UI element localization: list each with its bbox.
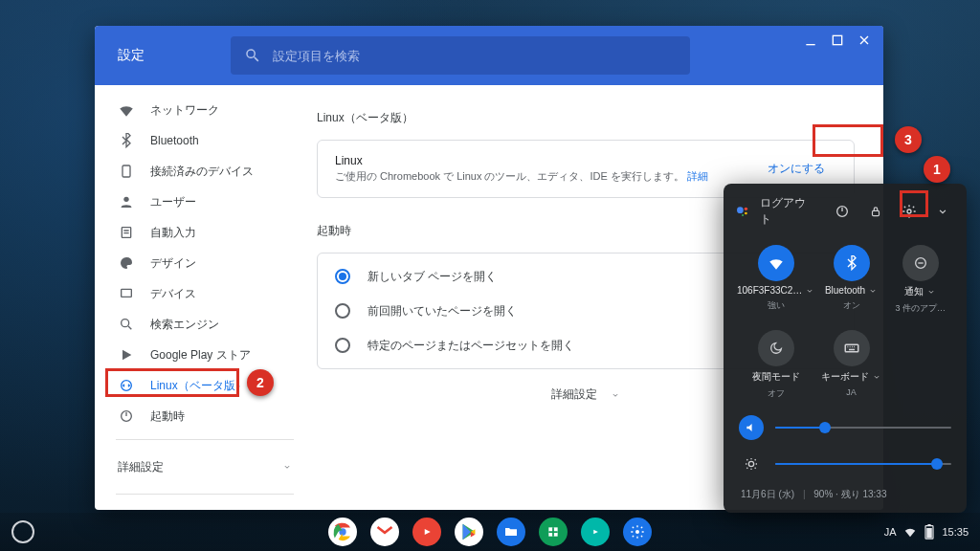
sidebar-extensions[interactable]: 拡張機能 bbox=[95, 502, 315, 510]
youtube-app-icon[interactable] bbox=[412, 518, 441, 546]
callout-box-2 bbox=[105, 368, 239, 397]
qs-battery: 90% · 残り 13:33 bbox=[813, 489, 886, 499]
section-title-linux: Linux（ベータ版） bbox=[317, 110, 855, 126]
sidebar-item-label: 詳細設定 bbox=[118, 459, 164, 475]
shutdown-button[interactable] bbox=[831, 198, 855, 225]
search-input[interactable] bbox=[273, 49, 677, 63]
callout-1: 1 bbox=[924, 156, 950, 183]
sidebar-item-startup[interactable]: 起動時 bbox=[95, 401, 315, 431]
sidebar-advanced[interactable]: 詳細設定 bbox=[95, 448, 315, 486]
tablet-icon bbox=[118, 285, 135, 302]
svg-point-3 bbox=[123, 197, 128, 202]
sidebar-item-label: Bluetooth bbox=[150, 134, 199, 147]
qs-tile-bluetooth[interactable]: Bluetooth オン bbox=[816, 241, 885, 319]
maximize-icon[interactable] bbox=[830, 33, 845, 48]
sidebar-item-connected-devices[interactable]: 接続済みのデバイス bbox=[95, 156, 315, 187]
qs-tile-night-light[interactable]: 夜間モード オフ bbox=[735, 326, 816, 404]
status-area[interactable]: JA 15:35 bbox=[884, 524, 969, 540]
radio-label: 前回開いていたページを開く bbox=[368, 303, 517, 320]
svg-rect-17 bbox=[845, 344, 858, 352]
sidebar-item-label: デバイス bbox=[150, 286, 196, 302]
callout-2: 2 bbox=[247, 369, 274, 396]
lock-button[interactable] bbox=[864, 198, 888, 225]
sidebar-item-network[interactable]: ネットワーク bbox=[95, 95, 315, 125]
palette-icon bbox=[118, 254, 135, 272]
qs-tile-keyboard[interactable]: キーボード JA bbox=[816, 326, 885, 404]
gmail-app-icon[interactable] bbox=[370, 518, 399, 546]
dnd-icon bbox=[902, 245, 939, 281]
sidebar-item-bluetooth[interactable]: Bluetooth bbox=[95, 125, 315, 156]
advanced-label: 詳細設定 bbox=[551, 386, 597, 403]
svg-point-12 bbox=[742, 214, 744, 216]
qs-tile-sub: 3 件のアプ… bbox=[896, 302, 947, 315]
play-icon bbox=[118, 346, 135, 364]
sidebar-item-label: ユーザー bbox=[150, 194, 196, 210]
volume-slider[interactable] bbox=[735, 409, 955, 446]
sidebar-item-label: 接続済みのデバイス bbox=[150, 164, 254, 180]
chevron-down-icon bbox=[805, 286, 814, 296]
slider-track[interactable] bbox=[775, 463, 951, 465]
qs-tile-label: 通知 bbox=[904, 285, 936, 298]
radio-icon bbox=[335, 338, 350, 353]
sidebar-item-appearance[interactable]: デザイン bbox=[95, 248, 315, 278]
sidebar-item-play-store[interactable]: Google Play ストア bbox=[95, 340, 315, 370]
svg-rect-24 bbox=[927, 528, 933, 538]
person-icon bbox=[118, 193, 135, 210]
svg-rect-5 bbox=[122, 289, 132, 297]
radio-icon bbox=[335, 303, 350, 319]
sidebar-item-search-engine[interactable]: 検索エンジン bbox=[95, 309, 315, 340]
callout-3: 3 bbox=[895, 126, 922, 153]
files-app-icon[interactable] bbox=[497, 518, 525, 546]
sidebar-item-label: ネットワーク bbox=[150, 102, 219, 119]
radio-label: 新しいタブ ページを開く bbox=[368, 269, 497, 285]
collapse-button[interactable] bbox=[931, 198, 955, 225]
qs-tile-wifi[interactable]: 106F3F33C2… 強い bbox=[735, 241, 816, 319]
search-icon bbox=[118, 316, 135, 333]
launcher-button[interactable] bbox=[11, 520, 34, 543]
qs-date: 11月6日 (水) bbox=[741, 489, 794, 499]
chevron-down-icon bbox=[611, 390, 620, 400]
volume-icon bbox=[739, 415, 764, 440]
play-store-app-icon[interactable] bbox=[455, 518, 483, 546]
chevron-down-icon bbox=[282, 462, 292, 472]
qs-tile-notifications[interactable]: 通知 3 件のアプ… bbox=[886, 241, 955, 319]
sidebar-item-device[interactable]: デバイス bbox=[95, 278, 315, 309]
qs-tile-label: キーボード bbox=[821, 370, 881, 384]
wifi-icon bbox=[758, 245, 794, 281]
quick-settings-panel: ログアウト 106F3F33C2… 強い Bluetooth オン 通知 3 件… bbox=[724, 184, 967, 513]
qs-status-bar: 11月6日 (水) | 90% · 残り 13:33 bbox=[735, 482, 955, 503]
sidebar-item-autofill[interactable]: 自動入力 bbox=[95, 217, 315, 248]
chevron-down-icon bbox=[926, 287, 936, 297]
battery-icon bbox=[924, 524, 934, 540]
qs-tile-label: 夜間モード bbox=[752, 370, 800, 384]
enable-linux-button[interactable]: オンにする bbox=[756, 155, 836, 183]
sheets-app-icon[interactable] bbox=[539, 518, 568, 546]
sidebar-item-people[interactable]: ユーザー bbox=[95, 187, 315, 217]
chevron-down-icon bbox=[868, 286, 878, 296]
sidebar-item-label: 検索エンジン bbox=[150, 317, 219, 333]
radio-label: 特定のページまたはページセットを開く bbox=[368, 338, 574, 354]
chrome-app-icon[interactable] bbox=[328, 518, 357, 546]
brightness-slider[interactable] bbox=[735, 446, 955, 482]
sidebar-item-label: デザイン bbox=[150, 255, 196, 272]
svg-rect-0 bbox=[806, 44, 814, 45]
svg-rect-2 bbox=[122, 165, 130, 177]
close-icon[interactable] bbox=[857, 33, 872, 48]
search-bar[interactable] bbox=[231, 36, 690, 75]
linux-card-title: Linux bbox=[335, 154, 708, 167]
settings-app-icon[interactable] bbox=[623, 518, 652, 546]
minimize-icon[interactable] bbox=[803, 33, 818, 48]
assistant-icon[interactable] bbox=[735, 203, 750, 220]
qs-tile-sub: JA bbox=[846, 387, 857, 397]
devices-icon bbox=[118, 163, 135, 180]
linux-card-description: ご使用の Chromebook で Linux のツール、エディタ、IDE を実… bbox=[335, 169, 708, 184]
page-title: 設定 bbox=[118, 47, 145, 64]
learn-more-link[interactable]: 詳細 bbox=[687, 170, 708, 182]
slider-track[interactable] bbox=[775, 427, 951, 429]
qs-tile-sub: 強い bbox=[768, 299, 785, 312]
play-music-app-icon[interactable] bbox=[581, 518, 610, 546]
wifi-icon bbox=[903, 525, 917, 539]
logout-button[interactable]: ログアウト bbox=[760, 195, 812, 228]
qs-tile-label: Bluetooth bbox=[825, 285, 878, 296]
assignment-icon bbox=[118, 224, 135, 241]
